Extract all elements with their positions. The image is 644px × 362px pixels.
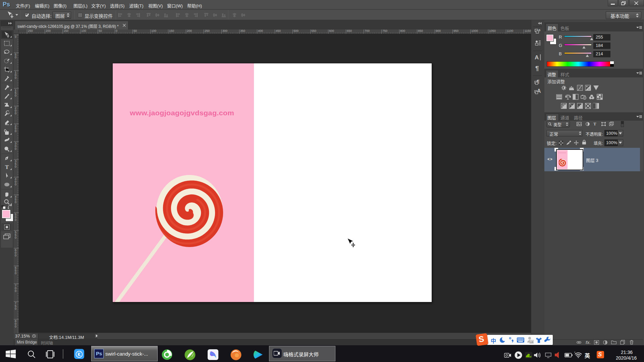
svg-text:*: * bbox=[574, 351, 576, 354]
svg-text:5: 5 bbox=[539, 28, 540, 32]
svg-text:A: A bbox=[535, 54, 539, 61]
svg-text:T: T bbox=[593, 122, 596, 126]
svg-text:19: 19 bbox=[530, 341, 533, 344]
svg-text:T: T bbox=[5, 164, 9, 170]
svg-text:¶: ¶ bbox=[535, 65, 539, 72]
